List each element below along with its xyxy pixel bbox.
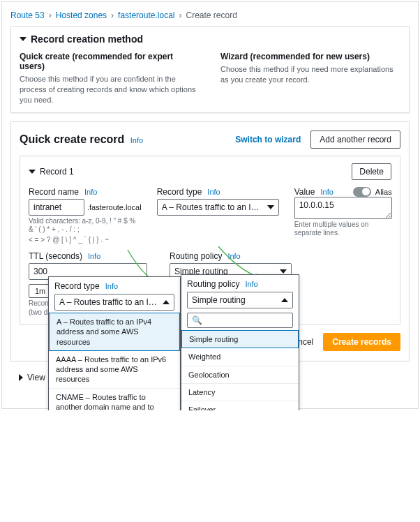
info-link[interactable]: Info (207, 188, 220, 196)
ttl-label: TTL (seconds) Info (29, 251, 154, 261)
method-quick-desc: Choose this method if you are confident … (20, 74, 200, 105)
routing-policy-options-list: Simple routing Weighted Geolocation Late… (181, 330, 299, 410)
routing-policy-dropdown-label: Routing policy Info (181, 275, 299, 290)
chevron-right-icon: › (179, 10, 181, 20)
record-type-label-text: Record type (157, 187, 202, 197)
record-1-title: Record 1 (40, 167, 74, 177)
breadcrumb-current: Create record (186, 10, 237, 20)
ttl-label-text: TTL (seconds) (29, 251, 82, 261)
info-link[interactable]: Info (227, 252, 240, 260)
record-type-label: Record type Info (157, 187, 279, 197)
record-1-toggle[interactable]: Record 1 (29, 167, 74, 177)
routing-policy-dropdown: Routing policy Info Simple routing 🔍 Sim… (181, 274, 299, 410)
routing-policy-option[interactable]: Geolocation (181, 366, 299, 383)
record-name-label-text: Record name (29, 187, 79, 197)
creation-method-panel: Record creation method Quick create (rec… (10, 26, 410, 113)
quick-create-title-text: Quick create record (20, 133, 124, 145)
info-link[interactable]: Info (320, 188, 333, 196)
record-name-input[interactable] (29, 199, 84, 216)
record-type-selected: A – Routes traffic to an IPv4 addre… (162, 202, 267, 212)
search-icon: 🔍 (192, 315, 202, 325)
method-quick-create-card[interactable]: Quick create (recommended for expert use… (20, 52, 200, 105)
info-link[interactable]: Info (105, 282, 118, 290)
quick-create-title: Quick create record Info (20, 133, 143, 146)
routing-policy-search[interactable]: 🔍 (187, 313, 293, 328)
method-wizard-heading: Wizard (recommended for new users) (220, 52, 400, 61)
creation-method-toggle[interactable]: Record creation method (20, 33, 400, 45)
record-type-option[interactable]: AAAA – Routes traffic to an IPv6 address… (49, 350, 180, 388)
caret-down-icon (20, 37, 27, 41)
routing-policy-dropdown-label-text: Routing policy (187, 279, 239, 289)
breadcrumb-link-hosted-zones[interactable]: Hosted zones (56, 10, 107, 20)
record-type-options-list: A – Routes traffic to an IPv4 address an… (49, 313, 180, 410)
record-type-dropdown-trigger[interactable]: A – Routes traffic to an IPv4 addre… (54, 294, 174, 311)
breadcrumb-link-zone[interactable]: fasteroute.local (118, 10, 174, 20)
caret-up-icon (281, 298, 288, 302)
routing-policy-label: Routing policy Info (170, 251, 292, 261)
routing-policy-option[interactable]: Simple routing (181, 330, 299, 348)
caret-right-icon (19, 374, 23, 381)
record-name-hint: Valid characters: a-z, 0-9, ! " # $ % & … (29, 217, 142, 234)
caret-down-icon (267, 205, 274, 209)
breadcrumb-link-route53[interactable]: Route 53 (10, 10, 45, 20)
caret-down-icon (29, 170, 36, 174)
info-link[interactable]: Info (130, 136, 143, 144)
alias-label: Alias (375, 188, 392, 196)
routing-policy-dropdown-selected: Simple routing (192, 295, 248, 305)
value-hint: Enter multiple values on separate lines. (294, 221, 392, 238)
view-existing-label: View (27, 373, 45, 382)
record-type-option[interactable]: A – Routes traffic to an IPv4 address an… (49, 313, 180, 351)
value-label-text: Value (294, 187, 315, 197)
value-textarea[interactable]: 10.0.0.15 (294, 197, 392, 219)
routing-policy-option[interactable]: Weighted (181, 348, 299, 365)
routing-policy-label-text: Routing policy (170, 251, 222, 261)
creation-method-title: Record creation method (31, 33, 143, 45)
alias-toggle[interactable] (353, 187, 371, 197)
method-quick-heading: Quick create (recommended for expert use… (20, 52, 200, 71)
page-root: Route 53 › Hosted zones › fasteroute.loc… (1, 1, 419, 409)
value-label: Value Info (294, 187, 333, 197)
info-link[interactable]: Info (88, 252, 100, 260)
info-link[interactable]: Info (84, 188, 97, 196)
caret-down-icon (280, 269, 287, 274)
domain-suffix: .fasteroute.local (87, 203, 142, 211)
method-wizard-desc: Choose this method if you need more expl… (220, 64, 400, 85)
breadcrumb: Route 53 › Hosted zones › fasteroute.loc… (10, 9, 410, 26)
chevron-right-icon: › (111, 10, 114, 20)
add-another-record-button[interactable]: Add another record (310, 130, 400, 149)
caret-up-icon (163, 300, 170, 304)
record-name-label: Record name Info (29, 187, 142, 197)
record-type-select[interactable]: A – Routes traffic to an IPv4 addre… (157, 199, 279, 216)
switch-to-wizard-link[interactable]: Switch to wizard (235, 135, 301, 144)
method-wizard-card[interactable]: Wizard (recommended for new users) Choos… (220, 52, 400, 105)
record-type-dropdown: Record type Info A – Routes traffic to a… (48, 276, 181, 410)
record-type-dropdown-label-text: Record type (54, 281, 100, 291)
record-type-dropdown-label: Record type Info (49, 277, 180, 292)
routing-policy-dropdown-trigger[interactable]: Simple routing (187, 292, 293, 308)
record-name-hint-2: < = > ? @ [ \ ] ^ _ ` { | } . ~ (29, 236, 142, 245)
chevron-right-icon: › (49, 10, 52, 20)
delete-record-button[interactable]: Delete (352, 163, 391, 180)
record-type-option[interactable]: CNAME – Routes traffic to another domain… (49, 388, 180, 410)
info-link[interactable]: Info (245, 280, 257, 288)
record-type-dropdown-selected: A – Routes traffic to an IPv4 addre… (59, 297, 163, 307)
routing-policy-option[interactable]: Latency (181, 383, 299, 401)
create-records-button[interactable]: Create records (323, 333, 400, 351)
routing-policy-option[interactable]: Failover (181, 401, 299, 410)
